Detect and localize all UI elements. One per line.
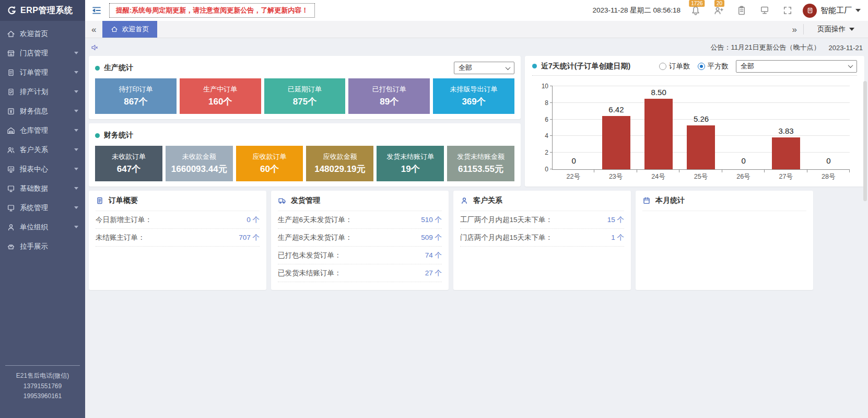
stat-card[interactable]: 已打包订单 89个 bbox=[348, 78, 430, 114]
menu-icon bbox=[7, 126, 15, 135]
chevron-down-icon bbox=[74, 187, 78, 190]
radio-checked-icon bbox=[698, 63, 705, 70]
stats-column: 生产统计 全部 待打印订单 867个 生产中订单 160个 已延期订单 875个… bbox=[89, 56, 521, 187]
announcement-bar: 公告：11月21日更新公告（晚十点） 2023-11-21 bbox=[89, 40, 864, 55]
chart-filter-select[interactable]: 全部 bbox=[736, 60, 857, 73]
stat-card[interactable]: 生产中订单 160个 bbox=[180, 78, 261, 114]
tabs-scroll-left[interactable]: « bbox=[91, 25, 96, 34]
radio-label: 订单数 bbox=[669, 62, 690, 71]
chevron-down-icon bbox=[74, 206, 78, 209]
summary-row-label: 已发货未结账订单： bbox=[278, 269, 342, 278]
menu-icon bbox=[7, 30, 15, 38]
stat-card-label: 应收款订单 bbox=[253, 152, 287, 161]
summary-row-value[interactable]: 510 个 bbox=[421, 215, 442, 225]
summary-row-label: 今日新增主订单： bbox=[96, 215, 152, 225]
sidebar-item[interactable]: 客户关系 bbox=[0, 140, 85, 159]
sidebar-item-label: 排产计划 bbox=[20, 87, 48, 97]
tasks-button[interactable] bbox=[734, 0, 749, 21]
scrollbar[interactable] bbox=[863, 81, 867, 201]
page-actions-label: 页面操作 bbox=[817, 25, 846, 34]
select-value: 全部 bbox=[459, 63, 472, 73]
summary-row-value[interactable]: 27 个 bbox=[425, 269, 442, 278]
chevron-down-icon bbox=[74, 71, 78, 74]
summary-row-value[interactable]: 707 个 bbox=[239, 233, 260, 242]
home-icon bbox=[111, 26, 118, 33]
bar-slot: 3.83 bbox=[765, 86, 807, 169]
panel-icon bbox=[278, 196, 286, 205]
stat-card[interactable]: 应收款订单 60个 bbox=[236, 146, 303, 181]
sidebar-item[interactable]: 财务信息 bbox=[0, 101, 85, 121]
x-tick-label: 25号 bbox=[679, 170, 722, 182]
summary-row-value[interactable]: 1 个 bbox=[611, 233, 624, 242]
bell-icon bbox=[690, 5, 701, 16]
notifications-badge: 1726 bbox=[689, 0, 705, 7]
tabs-scroll-right[interactable]: » bbox=[792, 25, 797, 34]
stat-card[interactable]: 未收款订单 647个 bbox=[95, 146, 162, 181]
announcement-text[interactable]: 公告：11月21日更新公告（晚十点） bbox=[710, 43, 820, 52]
bar bbox=[772, 137, 800, 169]
sidebar-collapse-icon[interactable] bbox=[91, 5, 102, 16]
stat-card[interactable]: 未收款金额 1660093.44元 bbox=[166, 146, 233, 181]
sidebar-item[interactable]: 基础数据 bbox=[0, 179, 85, 198]
bar-slot: 0 bbox=[553, 86, 595, 169]
summary-panel-header: 客户关系 bbox=[460, 191, 624, 211]
stat-card[interactable]: 未排版导出订单 369个 bbox=[433, 78, 514, 114]
chevron-down-icon bbox=[74, 168, 78, 170]
bar-value-label: 6.42 bbox=[595, 105, 637, 114]
clipboard-icon bbox=[736, 5, 747, 16]
production-filter-select[interactable]: 全部 bbox=[454, 62, 514, 74]
stat-card[interactable]: 发货未结账金额 61153.55元 bbox=[447, 146, 514, 181]
bar-value-label: 5.26 bbox=[680, 114, 722, 123]
stat-card[interactable]: 已延期订单 875个 bbox=[264, 78, 346, 114]
bar-slot: 0 bbox=[807, 86, 850, 169]
chevron-down-icon bbox=[849, 28, 854, 31]
summary-row-value[interactable]: 74 个 bbox=[425, 251, 442, 260]
speaker-mute-icon[interactable] bbox=[90, 43, 99, 52]
x-tick-label: 24号 bbox=[637, 170, 679, 182]
contacts-button[interactable]: 20 bbox=[711, 0, 726, 21]
sidebar-item[interactable]: 拉手展示 bbox=[0, 237, 85, 256]
bar-value-label: 0 bbox=[553, 156, 595, 165]
summary-row: 未结账主订单： 707 个 bbox=[96, 229, 260, 247]
sidebar-item[interactable]: 系统管理 bbox=[0, 198, 85, 217]
finance-title: 财务统计 bbox=[104, 131, 133, 140]
stat-card[interactable]: 发货未结账订单 19个 bbox=[377, 146, 444, 181]
summary-row-value[interactable]: 509 个 bbox=[421, 233, 442, 242]
radio-square-count[interactable]: 平方数 bbox=[698, 62, 729, 71]
tab-welcome-home[interactable]: 欢迎首页 bbox=[102, 21, 157, 38]
sidebar-item[interactable]: 报表中心 bbox=[0, 159, 85, 179]
avatar bbox=[803, 4, 817, 18]
sidebar-item[interactable]: 欢迎首页 bbox=[0, 24, 85, 43]
sidebar-item[interactable]: 仓库管理 bbox=[0, 121, 85, 140]
summary-panel-title: 订单概要 bbox=[109, 196, 138, 205]
chevron-down-icon bbox=[74, 129, 78, 132]
sidebar-item[interactable]: 单位组织 bbox=[0, 217, 85, 237]
summary-row-value[interactable]: 15 个 bbox=[607, 215, 624, 225]
user-menu[interactable]: 智能工厂 bbox=[803, 4, 861, 18]
menu-icon bbox=[7, 107, 15, 115]
stat-card-value: 867个 bbox=[124, 96, 147, 108]
stat-card[interactable]: 应收款金额 148029.19元 bbox=[306, 146, 373, 181]
bottom-grid: 订单概要 今日新增主订单： 0 个 未结账主订单： 707 个 发货管理 生产超… bbox=[89, 191, 864, 290]
page-actions-dropdown[interactable]: 页面操作 bbox=[810, 25, 862, 34]
sidebar-item[interactable]: 排产计划 bbox=[0, 82, 85, 101]
sidebar-item[interactable]: 订单管理 bbox=[0, 63, 85, 82]
sidebar: ERP管理系统 欢迎首页 门店管理 订单管理 排产计划 财务信息 仓库管理 客户… bbox=[0, 0, 85, 418]
sidebar-item-label: 财务信息 bbox=[20, 107, 48, 116]
radio-order-count[interactable]: 订单数 bbox=[659, 62, 690, 71]
summary-panel-header: 订单概要 bbox=[96, 191, 260, 211]
notifications-button[interactable]: 1726 bbox=[688, 0, 703, 21]
chevron-down-icon bbox=[74, 226, 78, 228]
chart-area: 024681006.428.505.2603.830 22号23号24号25号2… bbox=[532, 76, 857, 187]
sidebar-item[interactable]: 门店管理 bbox=[0, 43, 85, 63]
screen-button[interactable] bbox=[757, 0, 772, 21]
footer-line: 13791551769 bbox=[5, 381, 80, 391]
bar bbox=[644, 99, 673, 169]
logo-icon bbox=[6, 5, 17, 16]
chart-xlabels: 22号23号24号25号26号27号28号 bbox=[552, 170, 850, 182]
x-tick-label: 26号 bbox=[722, 170, 765, 182]
panel-icon bbox=[96, 196, 104, 205]
stat-card[interactable]: 待打印订单 867个 bbox=[95, 78, 177, 114]
summary-row-value[interactable]: 0 个 bbox=[247, 215, 260, 225]
fullscreen-button[interactable] bbox=[780, 0, 795, 21]
